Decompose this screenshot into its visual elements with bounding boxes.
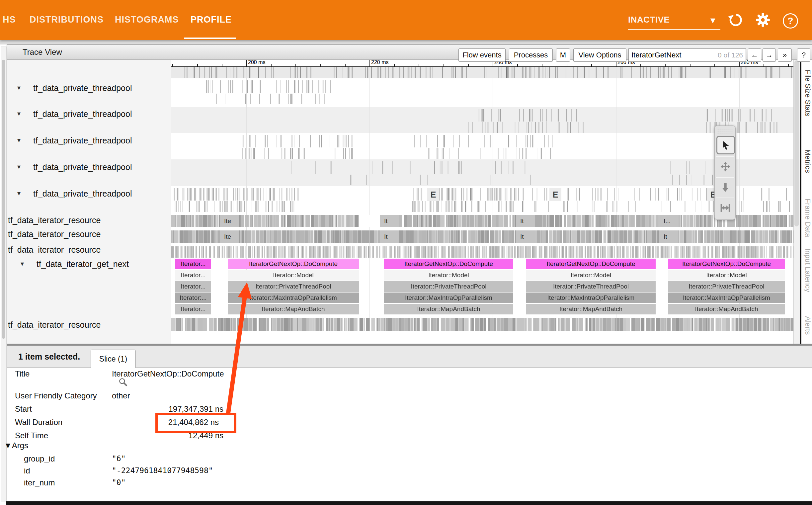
instant-event-marker[interactable]: E	[550, 188, 561, 201]
track-label-column: ▾tf_data_private_threadpool▾tf_data_priv…	[7, 59, 171, 344]
selection-tool-icon[interactable]	[717, 136, 735, 154]
trace-slice-child[interactable]: Iterator::Model	[384, 270, 513, 281]
track-label-tf_data_private_threadpool[interactable]: tf_data_private_threadpool	[33, 83, 132, 93]
ruler-tick-label: 220 ms	[371, 59, 388, 65]
metadata-button[interactable]: M	[556, 48, 570, 62]
trace-slice-child[interactable]: Iterator::MaxIntraOpParallelism	[384, 293, 513, 303]
ruler-minor-tick	[640, 64, 641, 66]
tab-slice[interactable]: Slice (1)	[90, 350, 136, 368]
trace-slice-child[interactable]: Iterator::Model	[668, 270, 785, 281]
track-label-tf_data_iterator_resource: tf_data_iterator_resource	[8, 215, 100, 225]
track-label-tf_data_private_threadpool[interactable]: tf_data_private_threadpool	[33, 189, 132, 198]
track-collapse-icon[interactable]: ▾	[17, 163, 21, 171]
trace-slice-label-chip[interactable]: I...	[661, 216, 673, 226]
trace-slice-child[interactable]: Iterator::MapAndBatch	[668, 304, 785, 314]
side-tab-frame-data: Frame Data	[803, 198, 812, 237]
view-options-button[interactable]: View Options	[573, 48, 626, 62]
trace-slice-iterator-get-next[interactable]: Iterator...	[175, 259, 211, 269]
app-header: HS DISTRIBUTIONS HISTOGRAMS PROFILE INAC…	[0, 0, 812, 40]
timing-tool-icon[interactable]	[716, 197, 734, 217]
track-label-tf_data_iterator_resource: tf_data_iterator_resource	[8, 320, 100, 330]
trace-slice-label-chip[interactable]: It	[382, 232, 390, 241]
ruler-minor-tick	[394, 64, 395, 66]
track-label-tf_data_iterator_resource: tf_data_iterator_resource	[8, 229, 100, 239]
side-tab-file-size-stats[interactable]: File Size Stats	[803, 70, 812, 117]
side-tab-input-latency: Input Latency	[803, 248, 812, 292]
trace-slice-child[interactable]: Iterator::Model	[228, 270, 359, 281]
trace-slice-child[interactable]: Iterator::MapAndBatch	[526, 304, 656, 314]
trace-slice-child[interactable]: Iterator:...	[175, 293, 211, 303]
find-input[interactable]: IteratorGetNext 0 of 126	[628, 48, 746, 62]
tab-distributions[interactable]: DISTRIBUTIONS	[29, 15, 104, 25]
trace-slice-child[interactable]: Iterator::PrivateThreadPool	[526, 281, 656, 292]
trace-slice-child[interactable]: Iterator::PrivateThreadPool	[228, 281, 359, 292]
trace-slice-iterator-get-next[interactable]: IteratorGetNextOp::DoCompute	[668, 259, 785, 269]
track-collapse-icon[interactable]: ▾	[17, 136, 21, 144]
trace-slice-child[interactable]: Iterator::PrivateThreadPool	[384, 281, 513, 292]
magnifier-icon[interactable]	[118, 377, 128, 388]
trace-slice-child[interactable]: Iterator::MapAndBatch	[228, 304, 359, 314]
track-collapse-icon[interactable]: ▾	[17, 189, 21, 197]
args-section-label[interactable]: ▼Args	[4, 441, 28, 450]
left-scrollbar-thumb[interactable]	[2, 60, 5, 339]
side-tab-metrics[interactable]: Metrics	[803, 149, 812, 173]
trace-slice-label-chip[interactable]: It	[518, 216, 526, 226]
ruler-minor-tick	[172, 64, 173, 66]
chevron-down-icon: ▼	[710, 17, 716, 24]
trace-slice-child[interactable]: Iterator::MaxIntraOpParallelism	[526, 293, 656, 303]
ruler-minor-tick	[419, 64, 419, 66]
tool-palette[interactable]	[715, 126, 736, 220]
selection-summary: 1 item selected.	[18, 352, 80, 362]
trace-slice-child[interactable]: Iterator::MaxIntraOpParallelism	[668, 293, 785, 303]
trace-slice-label-chip[interactable]: It	[382, 216, 390, 226]
trace-slice-child[interactable]: Iterator::MapAndBatch	[384, 304, 513, 314]
help-icon[interactable]: ?	[783, 13, 798, 28]
trace-slice-child[interactable]: Iterator...	[175, 281, 211, 292]
trace-slice-child[interactable]: Iterator...	[175, 270, 211, 281]
trace-slice-label-chip[interactable]: It	[518, 232, 526, 241]
trace-slice-child[interactable]: Iterator::PrivateThreadPool	[668, 281, 785, 292]
pan-tool-icon[interactable]	[716, 156, 734, 176]
zoom-tool-icon[interactable]	[716, 177, 734, 197]
trace-slice-iterator-get-next[interactable]: IteratorGetNextOp::DoCompute	[228, 259, 359, 269]
panel-left-border	[7, 44, 7, 501]
palette-grip-handle[interactable]	[717, 128, 733, 134]
arg-name: iter_num	[24, 478, 55, 487]
trace-slice-child[interactable]: Iterator::Model	[526, 270, 656, 281]
processes-button[interactable]: Processes	[509, 48, 553, 62]
trace-slice-label-chip[interactable]: It	[661, 232, 669, 241]
find-prev-button[interactable]: ←	[748, 48, 761, 62]
trace-help-button[interactable]: ?	[797, 48, 810, 62]
tab-histograms[interactable]: HISTOGRAMS	[115, 15, 179, 25]
instant-event-marker[interactable]: E	[427, 188, 439, 201]
flow-events-button[interactable]: Flow events	[458, 48, 505, 62]
trace-slice-label-chip[interactable]: Ite	[222, 232, 233, 241]
track-label-tf_data_iterator_get_next[interactable]: tf_data_iterator_get_next	[36, 259, 129, 269]
trace-slice-iterator-get-next[interactable]: IteratorGetNextOp::DoCompute	[526, 259, 656, 269]
track-collapse-icon[interactable]: ▾	[17, 110, 21, 118]
track-label-tf_data_private_threadpool[interactable]: tf_data_private_threadpool	[33, 109, 132, 119]
trace-timeline-area[interactable]: 200 ms220 ms240 ms260 ms280 ms Iterator.…	[171, 59, 793, 344]
trace-vertical-scrollbar-thumb[interactable]	[794, 60, 799, 226]
ruler-minor-tick	[271, 64, 271, 66]
collapse-find-button[interactable]: »	[778, 48, 792, 62]
detail-field-value: other	[112, 391, 223, 400]
tab-profile[interactable]: PROFILE	[191, 15, 232, 25]
track-label-tf_data_private_threadpool[interactable]: tf_data_private_threadpool	[33, 162, 132, 172]
reload-icon[interactable]	[728, 12, 744, 28]
track-label-tf_data_private_threadpool[interactable]: tf_data_private_threadpool	[33, 136, 132, 145]
analysis-side-tabs: File Size StatsMetricsFrame DataInput La…	[800, 59, 812, 344]
trace-slice-iterator-get-next[interactable]: IteratorGetNextOp::DoCompute	[384, 259, 513, 269]
tab-graphs[interactable]: HS	[3, 15, 16, 25]
trace-slice-child[interactable]: Iterator::MaxIntraOpParallelism	[228, 293, 359, 303]
track-collapse-icon[interactable]: ▾	[21, 260, 24, 268]
ruler-minor-tick	[788, 64, 789, 66]
settings-gear-icon[interactable]	[755, 12, 771, 28]
trace-slice-label-chip[interactable]: Ite	[222, 216, 233, 226]
find-next-button[interactable]: →	[763, 48, 776, 62]
trace-slice-child[interactable]: Iterator...	[175, 304, 211, 314]
track-collapse-icon[interactable]: ▾	[17, 84, 21, 92]
ruler-major-tick	[246, 59, 247, 66]
run-select[interactable]: INACTIVE	[628, 15, 669, 25]
arg-name: id	[24, 466, 30, 476]
